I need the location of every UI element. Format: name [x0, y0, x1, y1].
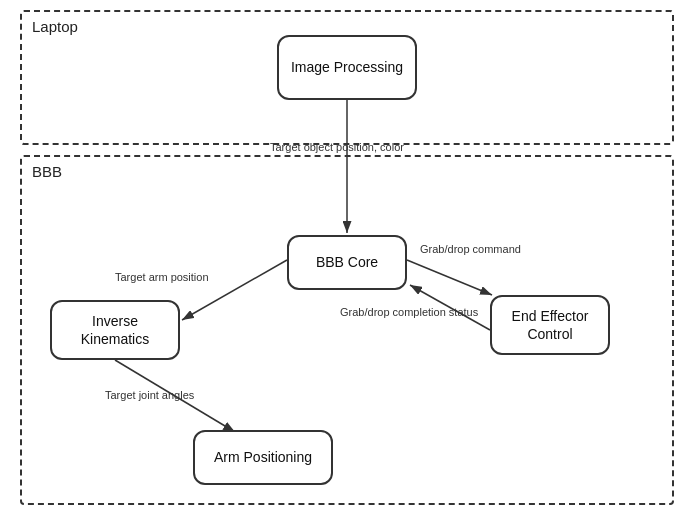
- label-grab-drop-command: Grab/drop command: [420, 242, 521, 256]
- label-target-arm: Target arm position: [115, 270, 209, 284]
- node-bbb-core: BBB Core: [287, 235, 407, 290]
- diagram-container: Laptop BBB Target object position, color…: [0, 0, 694, 523]
- node-end-effector: End Effector Control: [490, 295, 610, 355]
- label-grab-drop-status: Grab/drop completion status: [340, 305, 478, 319]
- node-arm-positioning: Arm Positioning: [193, 430, 333, 485]
- label-target-joint: Target joint angles: [105, 388, 194, 402]
- node-inverse-kinematics: Inverse Kinematics: [50, 300, 180, 360]
- label-target-object: Target object position, color: [270, 140, 404, 154]
- bbb-label: BBB: [32, 163, 62, 180]
- laptop-label: Laptop: [32, 18, 78, 35]
- node-image-processing: Image Processing: [277, 35, 417, 100]
